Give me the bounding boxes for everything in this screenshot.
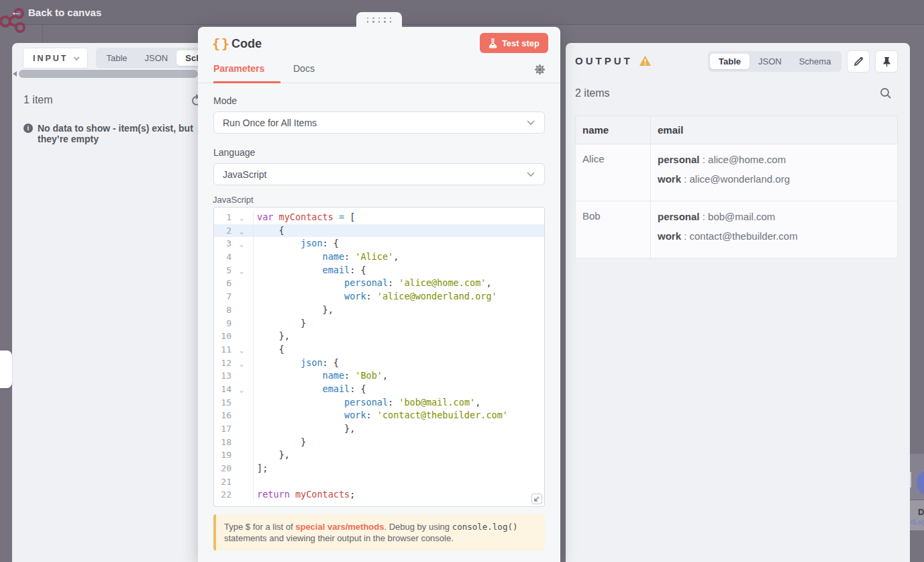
language-select-value: JavaScript: [223, 169, 266, 180]
code-line-5[interactable]: 5⌄ email: {: [214, 264, 544, 277]
code-text: work: 'alice@wonderland.org': [254, 290, 544, 303]
table-row[interactable]: Alicepersonal : alice@home.comwork : ali…: [576, 144, 898, 201]
fold-chevron-icon[interactable]: ⌄: [240, 343, 253, 357]
code-line-18[interactable]: 18 }: [214, 436, 544, 449]
line-number: 5: [214, 264, 232, 277]
top-header-bar: [0, 0, 924, 25]
fold-placeholder: [240, 462, 253, 475]
node-title-fragment: Dis: [918, 507, 924, 517]
test-step-button[interactable]: Test step: [480, 33, 548, 53]
warning-triangle-icon: [639, 55, 652, 66]
fold-chevron-icon[interactable]: ⌄: [240, 264, 253, 277]
table-row[interactable]: Bobpersonal : bob@mail.comwork : contact…: [576, 201, 898, 259]
code-line-15[interactable]: 15 personal: 'bob@mail.com',: [214, 396, 544, 410]
code-line-6[interactable]: 6 personal: 'alice@home.com',: [214, 277, 544, 290]
code-line-16[interactable]: 16 work: 'contact@thebuilder.com': [214, 409, 544, 422]
mode-select[interactable]: Run Once for All Items: [213, 111, 545, 134]
input-horizontal-scrollbar[interactable]: [12, 69, 207, 79]
fold-chevron-icon[interactable]: ⌄: [240, 211, 253, 224]
fold-placeholder: [240, 488, 253, 502]
scroll-left-arrow-icon: [13, 71, 17, 77]
code-line-22[interactable]: 22return myContacts;: [214, 488, 544, 502]
input-tab-table[interactable]: Table: [98, 50, 136, 66]
back-to-canvas-button[interactable]: ← Back to canvas: [11, 5, 101, 19]
code-line-14[interactable]: 14⌄ email: {: [214, 383, 544, 396]
line-number: 10: [214, 330, 232, 343]
code-line-11[interactable]: 11⌄ {: [214, 343, 544, 357]
code-line-13[interactable]: 13 name: 'Bob',: [214, 369, 544, 383]
line-gutter: 2⌄: [214, 224, 254, 238]
email-work: work : alice@wonderland.org: [658, 173, 890, 186]
gear-icon[interactable]: [534, 64, 546, 75]
email-personal: personal : alice@home.com: [658, 153, 890, 167]
code-line-20[interactable]: 20];: [214, 462, 544, 475]
fold-chevron-icon[interactable]: ⌄: [240, 357, 253, 370]
code-text: }: [254, 436, 544, 449]
code-line-3[interactable]: 3⌄ json: {: [214, 237, 544, 250]
fold-chevron-icon[interactable]: ⌄: [240, 383, 253, 396]
code-line-2[interactable]: 2⌄ {: [214, 224, 544, 238]
input-tab-json[interactable]: JSON: [136, 50, 177, 66]
modal-drag-handle[interactable]: [356, 12, 402, 28]
code-line-7[interactable]: 7 work: 'alice@wonderland.org': [214, 290, 544, 303]
fold-placeholder: [240, 250, 253, 264]
resize-corner-icon[interactable]: [531, 494, 542, 504]
input-view-tabs: TableJSONSchema: [96, 48, 215, 68]
line-gutter: 6: [214, 277, 254, 290]
input-selector-dropdown[interactable]: INPUT: [23, 48, 88, 68]
output-tab-table[interactable]: Table: [710, 54, 750, 69]
code-line-9[interactable]: 9 }: [214, 317, 544, 330]
code-line-19[interactable]: 19 },: [214, 449, 544, 462]
tab-parameters[interactable]: Parameters: [213, 63, 264, 74]
code-line-4[interactable]: 4 name: 'Alice',: [214, 250, 544, 264]
line-gutter: 14⌄: [214, 383, 254, 396]
line-gutter: 11⌄: [214, 343, 254, 357]
special-vars-link[interactable]: special vars/methods: [295, 522, 384, 532]
active-tab-underline: [213, 81, 280, 83]
output-tab-json[interactable]: JSON: [750, 54, 790, 69]
hint-middle: . Debug by using: [384, 522, 452, 532]
fold-placeholder: [240, 475, 253, 489]
modal-title: Code: [232, 37, 262, 51]
scrollbar-thumb[interactable]: [19, 70, 198, 78]
fold-chevron-icon[interactable]: ⌄: [240, 237, 253, 250]
search-icon[interactable]: [880, 87, 892, 99]
line-number: 20: [214, 462, 232, 475]
line-number: 19: [214, 449, 232, 462]
output-tab-schema[interactable]: Schema: [790, 54, 840, 69]
edit-output-button[interactable]: [847, 50, 870, 73]
line-number: 9: [214, 317, 232, 330]
code-line-17[interactable]: 17 },: [214, 422, 544, 436]
code-text: email: {: [254, 264, 544, 277]
card-edge-highlight: [910, 472, 911, 487]
line-number: 4: [214, 250, 232, 264]
code-line-10[interactable]: 10 },: [214, 330, 544, 343]
chevron-down-icon: [526, 120, 535, 126]
line-gutter: 13: [214, 369, 254, 383]
code-line-1[interactable]: 1⌄var myContacts = [: [214, 211, 544, 224]
fold-chevron-icon[interactable]: ⌄: [240, 224, 253, 238]
email-work: work : contact@thebuilder.com: [658, 230, 890, 243]
line-gutter: 12⌄: [214, 357, 254, 370]
code-line-21[interactable]: 21: [214, 475, 544, 489]
code-line-12[interactable]: 12⌄ json: {: [214, 357, 544, 370]
fold-placeholder: [240, 396, 253, 410]
code-line-8[interactable]: 8 },: [214, 303, 544, 317]
fold-placeholder: [240, 409, 253, 422]
line-number: 7: [214, 290, 232, 303]
column-header-name[interactable]: name: [576, 116, 651, 144]
code-text: },: [254, 303, 544, 317]
pin-icon: [882, 56, 891, 67]
fold-placeholder: [240, 422, 253, 436]
test-step-label: Test step: [502, 38, 540, 48]
column-header-email[interactable]: email: [651, 116, 898, 144]
language-select[interactable]: JavaScript: [213, 163, 545, 185]
pencil-icon: [854, 56, 864, 66]
left-edge-handle[interactable]: [0, 350, 12, 388]
tab-docs[interactable]: Docs: [293, 63, 315, 74]
pin-data-button[interactable]: [875, 50, 898, 73]
line-number: 11: [214, 343, 232, 357]
line-gutter: 5⌄: [214, 264, 254, 277]
line-number: 8: [214, 303, 232, 317]
code-editor[interactable]: 1⌄var myContacts = [2⌄ {3⌄ json: {4 name…: [213, 207, 545, 507]
